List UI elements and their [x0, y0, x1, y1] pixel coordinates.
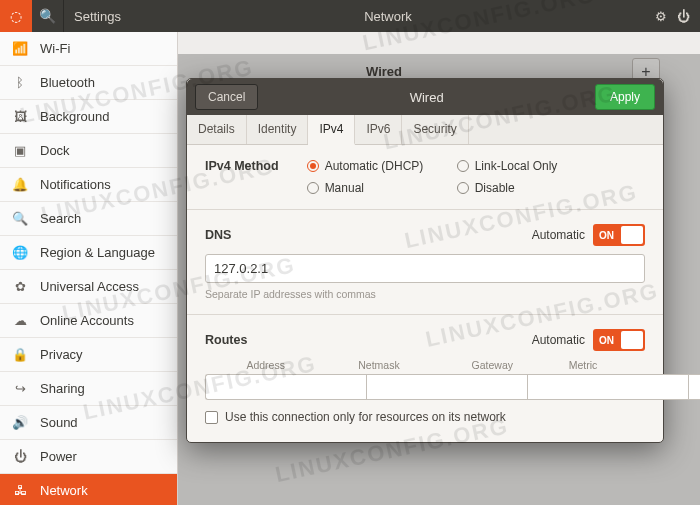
- sidebar-item-region-language[interactable]: 🌐Region & Language: [0, 236, 177, 270]
- route-header-gateway: Gateway: [436, 359, 549, 371]
- power-icon[interactable]: ⏻: [677, 9, 690, 24]
- sidebar-icon: ⏻: [12, 449, 28, 464]
- sidebar-icon: 🌐: [12, 245, 28, 260]
- sidebar-icon: 🔒: [12, 347, 28, 362]
- sidebar-item-label: Search: [40, 211, 81, 226]
- settings-sidebar: 📶Wi-FiᛒBluetooth🖼Background▣Dock🔔Notific…: [0, 32, 178, 505]
- tab-details[interactable]: Details: [187, 115, 247, 144]
- dns-hint: Separate IP addresses with commas: [205, 288, 645, 300]
- tab-security[interactable]: Security: [402, 115, 468, 144]
- sidebar-item-background[interactable]: 🖼Background: [0, 100, 177, 134]
- route-header-netmask: Netmask: [322, 359, 435, 371]
- sidebar-item-notifications[interactable]: 🔔Notifications: [0, 168, 177, 202]
- sidebar-icon: 🔊: [12, 415, 28, 430]
- sidebar-item-label: Power: [40, 449, 77, 464]
- connection-editor-dialog: Cancel Wired Apply DetailsIdentityIPv4IP…: [186, 78, 664, 443]
- sidebar-item-label: Background: [40, 109, 109, 124]
- tab-ipv6[interactable]: IPv6: [355, 115, 402, 144]
- sidebar-item-label: Privacy: [40, 347, 83, 362]
- sidebar-item-search[interactable]: 🔍Search: [0, 202, 177, 236]
- sidebar-item-label: Online Accounts: [40, 313, 134, 328]
- sidebar-item-sharing[interactable]: ↪Sharing: [0, 372, 177, 406]
- sidebar-item-label: Dock: [40, 143, 70, 158]
- ipv4-method-radio-disable[interactable]: Disable: [457, 181, 597, 195]
- route-header-metric: Metric: [549, 359, 617, 371]
- sidebar-item-label: Sharing: [40, 381, 85, 396]
- sidebar-item-power[interactable]: ⏻Power: [0, 440, 177, 474]
- sidebar-item-label: Wi-Fi: [40, 41, 70, 56]
- sidebar-item-label: Notifications: [40, 177, 111, 192]
- sidebar-item-online-accounts[interactable]: ☁Online Accounts: [0, 304, 177, 338]
- routes-section-label: Routes: [205, 333, 247, 347]
- dns-automatic-label: Automatic: [532, 228, 585, 242]
- sidebar-item-privacy[interactable]: 🔒Privacy: [0, 338, 177, 372]
- sidebar-icon: ▣: [12, 143, 28, 158]
- dialog-tabs: DetailsIdentityIPv4IPv6Security: [187, 115, 663, 145]
- topbar: ◌ 🔍 Settings Network ⚙ ⏻: [0, 0, 700, 32]
- window-title: Network: [121, 9, 655, 24]
- dns-automatic-toggle[interactable]: ON: [593, 224, 645, 246]
- route-address-input[interactable]: [205, 374, 366, 400]
- routes-automatic-toggle[interactable]: ON: [593, 329, 645, 351]
- sidebar-item-label: Bluetooth: [40, 75, 95, 90]
- dialog-title: Wired: [258, 90, 595, 105]
- sidebar-item-label: Sound: [40, 415, 78, 430]
- sidebar-icon: ✿: [12, 279, 28, 294]
- ipv4-method-radio-automatic-dhcp-[interactable]: Automatic (DHCP): [307, 159, 457, 173]
- ipv4-method-label: IPv4 Method: [205, 159, 279, 173]
- dialog-header: Cancel Wired Apply: [187, 79, 663, 115]
- sidebar-item-label: Network: [40, 483, 88, 498]
- ipv4-method-radio-manual[interactable]: Manual: [307, 181, 457, 195]
- sidebar-item-universal-access[interactable]: ✿Universal Access: [0, 270, 177, 304]
- routes-automatic-label: Automatic: [532, 333, 585, 347]
- ubuntu-logo-icon[interactable]: ◌: [0, 0, 32, 32]
- dns-servers-input[interactable]: [205, 254, 645, 283]
- only-resources-checkbox[interactable]: [205, 411, 218, 424]
- apply-button[interactable]: Apply: [595, 84, 655, 110]
- only-resources-label: Use this connection only for resources o…: [225, 410, 506, 424]
- sidebar-icon: ↪: [12, 381, 28, 396]
- sidebar-icon: 📶: [12, 41, 28, 56]
- routes-table: AddressNetmaskGatewayMetric ⊖: [205, 359, 645, 400]
- sidebar-icon: 🖼: [12, 109, 28, 124]
- search-icon[interactable]: 🔍: [32, 0, 64, 32]
- sidebar-item-sound[interactable]: 🔊Sound: [0, 406, 177, 440]
- tab-identity[interactable]: Identity: [247, 115, 309, 144]
- route-header-address: Address: [209, 359, 322, 371]
- route-metric-input[interactable]: [688, 374, 700, 400]
- sidebar-icon: 🖧: [12, 483, 28, 498]
- sidebar-item-bluetooth[interactable]: ᛒBluetooth: [0, 66, 177, 100]
- gear-icon[interactable]: ⚙: [655, 9, 667, 24]
- sidebar-icon: ☁: [12, 313, 28, 328]
- tab-ipv4[interactable]: IPv4: [308, 115, 355, 145]
- sidebar-item-label: Universal Access: [40, 279, 139, 294]
- route-row: ⊖: [205, 374, 645, 400]
- ipv4-method-radio-link-local-only[interactable]: Link-Local Only: [457, 159, 597, 173]
- sidebar-icon: ᛒ: [12, 75, 28, 90]
- route-netmask-input[interactable]: [366, 374, 527, 400]
- sidebar-item-wi-fi[interactable]: 📶Wi-Fi: [0, 32, 177, 66]
- sidebar-item-dock[interactable]: ▣Dock: [0, 134, 177, 168]
- dns-section-label: DNS: [205, 228, 231, 242]
- system-status-area[interactable]: ⚙ ⏻: [655, 9, 700, 24]
- sidebar-icon: 🔍: [12, 211, 28, 226]
- sidebar-item-label: Region & Language: [40, 245, 155, 260]
- app-title: Settings: [64, 9, 121, 24]
- sidebar-icon: 🔔: [12, 177, 28, 192]
- route-gateway-input[interactable]: [527, 374, 688, 400]
- cancel-button[interactable]: Cancel: [195, 84, 258, 110]
- sidebar-item-network[interactable]: 🖧Network: [0, 474, 177, 505]
